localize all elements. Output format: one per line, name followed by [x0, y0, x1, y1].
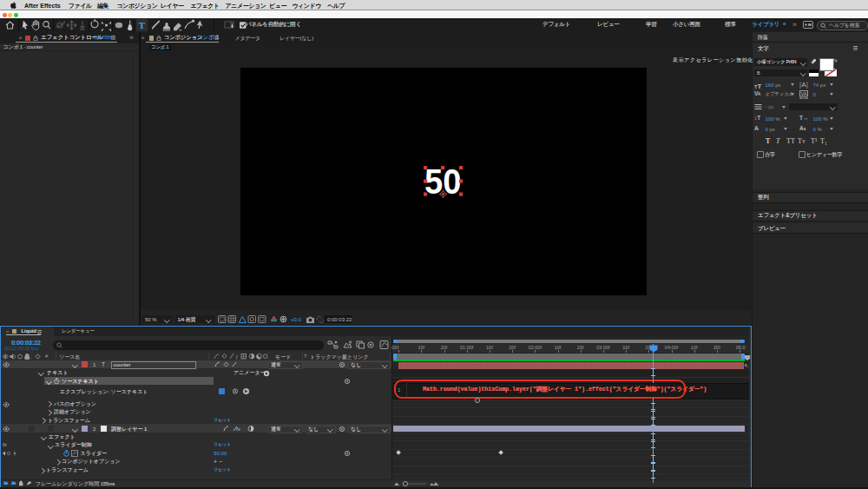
svg-text:T: T — [139, 20, 146, 30]
svg-text:A: A — [801, 81, 806, 89]
svg-text:f: f — [236, 354, 239, 360]
svg-text:VA: VA — [800, 90, 806, 96]
svg-text:+0.0: +0.0 — [291, 317, 302, 322]
